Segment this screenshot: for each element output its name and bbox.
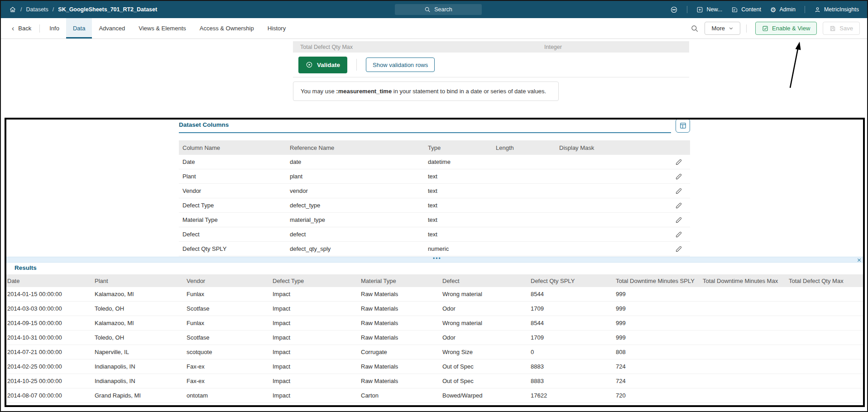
cell-column-name: Plant <box>179 173 286 180</box>
cell-defect: Odor <box>441 334 529 341</box>
cell-total-downtime-minutes-sply: 999 <box>614 320 701 326</box>
enable-and-view-button[interactable]: Enable & View <box>755 22 817 35</box>
cell-material-type: Raw Materials <box>359 305 441 312</box>
content-button[interactable]: Content <box>731 6 761 13</box>
tab-data[interactable]: Data <box>66 18 92 38</box>
dataset-column-row[interactable]: Defect defect text <box>179 227 690 242</box>
column-header: Column Name <box>179 144 286 151</box>
dataset-column-row[interactable]: Defect Qty SPLY defect_qty_sply numeric <box>179 242 690 256</box>
column-header: Material Type <box>359 278 441 284</box>
table-header-row: Date Plant Vendor Defect Type Material T… <box>5 274 864 287</box>
cell-type: text <box>424 231 492 238</box>
table-body: 2014-01-15 00:00:00 Kalamazoo, MI Funlax… <box>5 287 864 403</box>
edit-column-button[interactable] <box>667 231 690 238</box>
result-row: 2014-09-15 00:00:00 Kalamazoo, MI Funlax… <box>5 316 864 331</box>
cell-defect-qty-sply: 8544 <box>529 320 614 326</box>
pencil-icon <box>675 158 682 166</box>
panel-splitter[interactable]: ••• <box>5 257 864 263</box>
column-header: Display Mask <box>556 144 667 151</box>
cell-total-downtime-minutes-sply: 720 <box>614 392 701 399</box>
edit-column-button[interactable] <box>667 216 690 224</box>
cell-total-downtime-minutes-sply: 999 <box>614 291 701 297</box>
dataset-column-row[interactable]: Plant plant text <box>179 169 690 184</box>
back-button[interactable]: ‹ Back <box>12 18 39 38</box>
cell-total-downtime-minutes-sply: 808 <box>614 349 701 355</box>
result-row: 2014-01-15 00:00:00 Kalamazoo, MI Funlax… <box>5 287 864 302</box>
cell-defect-type: Impact <box>271 320 359 326</box>
edit-column-button[interactable] <box>667 187 690 195</box>
column-header: Reference Name <box>286 144 424 151</box>
search-icon[interactable] <box>691 24 699 33</box>
tab-views-elements[interactable]: Views & Elements <box>132 18 193 38</box>
cell-column-name: Material Type <box>179 216 286 223</box>
admin-button[interactable]: ⚙ Admin <box>770 6 796 13</box>
dataset-columns-table: Column Name Reference Name Type Length D… <box>179 140 690 256</box>
cell-reference-name: date <box>286 158 424 165</box>
tab-info[interactable]: Info <box>43 18 66 38</box>
cell-defect-qty-sply: 1709 <box>529 305 614 312</box>
cell-material-type: Raw Materials <box>359 334 441 341</box>
column-header: Plant <box>93 278 185 284</box>
home-icon[interactable] <box>9 6 16 13</box>
column-settings-button[interactable] <box>676 119 690 133</box>
save-button[interactable]: Save <box>823 22 860 35</box>
cell-date: 2014-10-31 00:00:00 <box>5 334 93 341</box>
gear-icon: ⚙ <box>770 6 776 13</box>
cell-material-type: Corrugate <box>359 349 441 355</box>
chevron-down-icon <box>729 26 734 31</box>
column-header: Length <box>492 144 556 151</box>
show-validation-rows-button[interactable]: Show validation rows <box>366 57 435 72</box>
cell-date: 2014-07-21 00:00:00 <box>5 349 93 355</box>
column-header: Total Defect Qty Max <box>787 278 864 284</box>
divider <box>39 24 40 33</box>
cell-total-downtime-minutes-sply: 724 <box>614 378 701 384</box>
dataset-column-row[interactable]: Defect Type defect_type text <box>179 198 690 213</box>
more-button[interactable]: More <box>705 22 740 35</box>
cell-reference-name: defect_type <box>286 202 424 209</box>
plus-square-icon <box>696 6 703 13</box>
cell-reference-name: material_type <box>286 216 424 223</box>
breadcrumb-datasets[interactable]: Datasets <box>26 6 48 13</box>
result-row: 2014-10-31 00:00:00 Toledo, OH Scotfase … <box>5 331 864 345</box>
dataset-column-row[interactable]: Material Type material_type text <box>179 213 690 227</box>
cell-defect-qty-sply: 8544 <box>529 291 614 297</box>
edit-column-button[interactable] <box>667 173 690 180</box>
global-search-input[interactable]: Search <box>395 4 482 15</box>
cell-material-type: Raw Materials <box>359 363 441 370</box>
chevron-left-icon: ‹ <box>12 25 14 32</box>
edit-column-button[interactable] <box>667 202 690 209</box>
result-row: 2014-02-25 00:00:00 Indianapolis, IN Fax… <box>5 359 864 374</box>
column-header: Type <box>424 144 492 151</box>
breadcrumb: / Datasets / SK_GoogleSheets_701_RT2_Dat… <box>9 1 157 18</box>
edit-column-button[interactable] <box>667 245 690 253</box>
edit-column-button[interactable] <box>667 158 690 166</box>
divider <box>179 132 671 133</box>
cell-reference-name: vendor <box>286 187 424 194</box>
cell-date: 2014-01-15 00:00:00 <box>5 291 93 297</box>
cell-material-type: Carton <box>359 392 441 399</box>
cell-material-type: Raw Materials <box>359 378 441 384</box>
cell-defect: Odor <box>441 305 529 312</box>
tab-history[interactable]: History <box>261 18 293 38</box>
breadcrumb-separator: / <box>20 6 22 13</box>
topbar-actions: New... Content ⚙ Admin MetricInsights <box>670 1 859 18</box>
cell-vendor: ontotam <box>185 392 271 399</box>
account-menu[interactable]: MetricInsights <box>814 6 859 13</box>
target-icon[interactable] <box>670 6 678 14</box>
new-button[interactable]: New... <box>696 6 722 13</box>
cell-plant: Kalamazoo, MI <box>93 320 185 326</box>
pencil-icon <box>675 245 682 253</box>
cell-defect-qty-sply: 1709 <box>529 334 614 341</box>
tab-access-ownership[interactable]: Access & Ownership <box>193 18 261 38</box>
cell-defect-type: Impact <box>271 349 359 355</box>
cell-type: datetime <box>424 158 492 165</box>
validate-button[interactable]: Validate <box>298 57 347 73</box>
dataset-column-row[interactable]: Vendor vendor text <box>179 184 690 198</box>
splitter-handle-dots[interactable]: ••• <box>433 255 441 262</box>
dataset-column-row[interactable]: Date date datetime <box>179 155 690 169</box>
play-circle-icon <box>306 61 313 68</box>
tab-advanced[interactable]: Advanced <box>92 18 132 38</box>
result-row: 2014-03-03 00:00:00 Toledo, OH Scotfase … <box>5 302 864 316</box>
column-header: Vendor <box>185 278 271 284</box>
cell-total-downtime-minutes-sply: 999 <box>614 305 701 312</box>
